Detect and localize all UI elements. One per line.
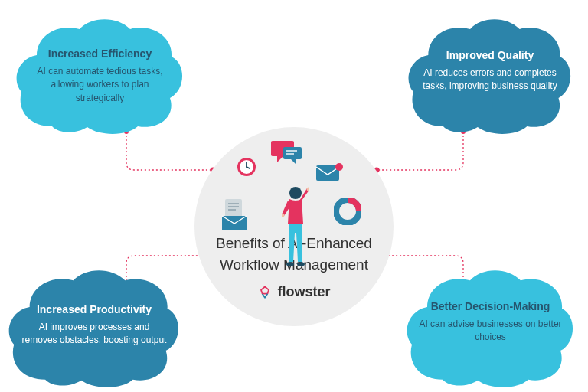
chat-icon (270, 139, 303, 164)
svg-point-17 (335, 163, 343, 171)
envelope-icon (315, 162, 345, 184)
connector-tr (368, 130, 490, 184)
benefit-cloud-decision: Better Decision-Making AI can advise bus… (404, 266, 577, 387)
brand-name: flowster (277, 284, 330, 300)
svg-point-23 (289, 187, 302, 199)
benefit-desc: AI reduces errors and completes tasks, i… (420, 67, 560, 93)
benefit-title: Improved Quality (420, 49, 560, 61)
clock-icon (236, 156, 257, 178)
document-envelope-icon (220, 198, 248, 231)
svg-point-27 (297, 262, 305, 266)
connector-tl (100, 130, 222, 184)
person-illustration (282, 185, 309, 270)
benefit-cloud-quality: Improved Quality AI reduces errors and c… (406, 15, 574, 134)
svg-rect-13 (283, 147, 302, 159)
brand-logo-icon (257, 285, 273, 300)
benefit-title: Increased Efficiency (28, 47, 172, 60)
benefit-desc: AI can automate tedious tasks, allowing … (28, 65, 172, 105)
benefit-title: Better Decision-Making (418, 300, 563, 312)
brand: flowster (257, 284, 330, 300)
benefit-title: Increased Productivity (20, 303, 168, 315)
benefit-desc: AI improves processes and removes obstac… (20, 321, 168, 348)
benefit-cloud-efficiency: Increased Efficiency AI can automate ted… (14, 15, 186, 134)
benefit-cloud-productivity: Increased Productivity AI improves proce… (6, 266, 182, 387)
svg-point-26 (286, 262, 294, 266)
benefit-desc: AI can advise businesses on better choic… (418, 318, 563, 345)
donut-chart-icon (334, 198, 361, 225)
